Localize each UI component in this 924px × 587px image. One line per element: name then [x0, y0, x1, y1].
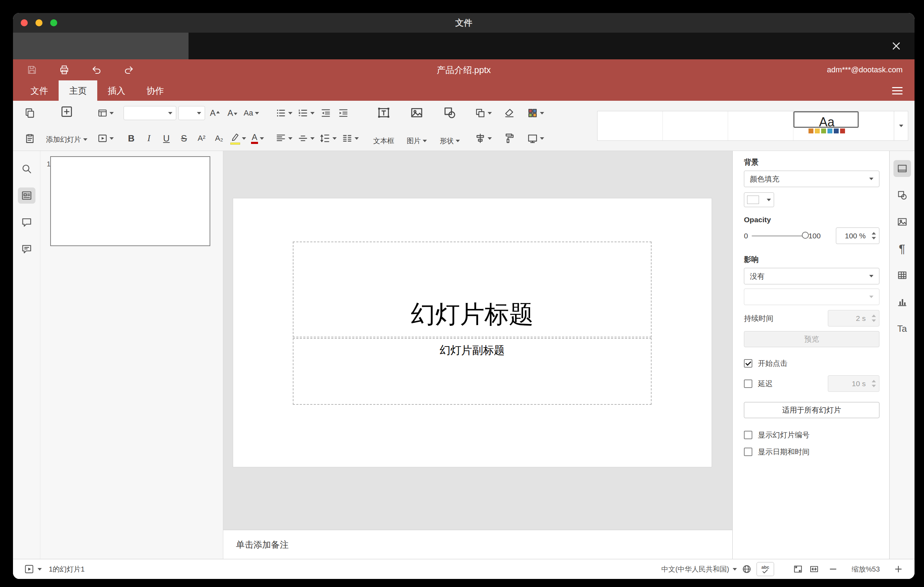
- show-datetime-checkbox[interactable]: [744, 448, 752, 456]
- clear-style-button[interactable]: [502, 105, 517, 121]
- align-shape-button[interactable]: [473, 130, 493, 147]
- numbering-button[interactable]: [296, 105, 316, 121]
- minus-icon: [828, 564, 838, 574]
- preview-button[interactable]: 预览: [744, 331, 879, 347]
- font-name-combo[interactable]: [124, 106, 176, 120]
- spellcheck-button[interactable]: abc: [757, 562, 774, 576]
- dialog-close-button[interactable]: [889, 38, 904, 54]
- slide-thumbnail[interactable]: [50, 156, 210, 246]
- columns-button[interactable]: [340, 130, 360, 147]
- slider-thumb[interactable]: [802, 232, 809, 239]
- language-select[interactable]: 中文(中华人民共和国): [662, 562, 737, 576]
- feedback-panel-button[interactable]: [18, 241, 35, 257]
- insert-textbox-button[interactable]: 文本框: [369, 105, 399, 147]
- add-slide-button[interactable]: 添加幻灯片: [46, 105, 87, 147]
- chart-settings-button[interactable]: [893, 294, 911, 310]
- slides-panel-button[interactable]: [18, 188, 35, 204]
- zoom-out-button[interactable]: [827, 562, 840, 576]
- copy-button[interactable]: [22, 105, 38, 121]
- search-panel-button[interactable]: [18, 161, 35, 177]
- shape-settings-button[interactable]: [893, 187, 911, 204]
- theme-gallery-expand-button[interactable]: [894, 111, 908, 141]
- fit-slide-button[interactable]: [792, 562, 804, 576]
- minimize-traffic-light[interactable]: [35, 19, 43, 26]
- print-button[interactable]: [57, 63, 71, 77]
- highlight-color-button[interactable]: [229, 130, 248, 147]
- slide-layout-button[interactable]: [96, 105, 115, 121]
- delay-checkbox[interactable]: [744, 379, 752, 388]
- spinner-arrows-icon[interactable]: [872, 228, 876, 244]
- save-button[interactable]: [25, 63, 39, 77]
- increment-font-button[interactable]: A: [207, 105, 223, 121]
- redo-button[interactable]: [122, 63, 136, 77]
- effect-select[interactable]: 没有: [744, 268, 879, 284]
- increase-indent-button[interactable]: [336, 105, 351, 121]
- opacity-slider[interactable]: [752, 235, 805, 237]
- decrement-font-button[interactable]: A: [225, 105, 240, 121]
- undo-button[interactable]: [89, 63, 104, 77]
- fill-color-swatch[interactable]: [744, 192, 774, 207]
- subtitle-placeholder[interactable]: 幻灯片副标题: [293, 338, 652, 405]
- underline-button[interactable]: U: [159, 130, 174, 147]
- tab-home[interactable]: 主页: [59, 81, 97, 101]
- check-icon: [762, 569, 769, 574]
- style-tools-group: [502, 105, 517, 147]
- show-slide-number-checkbox[interactable]: [744, 431, 752, 439]
- tab-collaboration[interactable]: 协作: [136, 81, 175, 101]
- bold-button[interactable]: B: [124, 130, 139, 147]
- zoom-in-button[interactable]: [892, 562, 905, 576]
- table-settings-button[interactable]: [893, 267, 911, 284]
- theme-option[interactable]: [859, 111, 894, 140]
- italic-button[interactable]: I: [141, 130, 157, 147]
- start-slideshow-toolbar-button[interactable]: [96, 130, 115, 147]
- image-settings-button[interactable]: [893, 213, 911, 230]
- font-color-button[interactable]: A: [249, 130, 266, 147]
- insert-shape-button[interactable]: 形状: [435, 105, 465, 147]
- superscript-button[interactable]: A²: [194, 130, 209, 147]
- copy-style-button[interactable]: [502, 130, 517, 147]
- slide-settings-button[interactable]: [893, 160, 911, 177]
- font-size-combo[interactable]: [178, 106, 205, 120]
- title-placeholder[interactable]: 幻灯片标题: [293, 242, 652, 337]
- comments-panel-button[interactable]: [18, 214, 35, 230]
- line-spacing-button[interactable]: [318, 130, 338, 147]
- slide-size-button[interactable]: [526, 130, 546, 147]
- effect-option-select[interactable]: [744, 289, 879, 305]
- vertical-align-button[interactable]: [296, 130, 316, 147]
- paste-button[interactable]: [22, 130, 38, 147]
- color-scheme-button[interactable]: [526, 105, 546, 121]
- insert-image-button[interactable]: 图片: [402, 105, 432, 147]
- notes-area[interactable]: 单击添加备注: [223, 530, 732, 559]
- opacity-min: 0: [744, 232, 748, 240]
- paragraph-settings-button[interactable]: ¶: [893, 240, 911, 257]
- close-traffic-light[interactable]: [21, 19, 28, 26]
- header-menu-button[interactable]: [892, 81, 903, 101]
- add-slide-menu[interactable]: 添加幻灯片: [46, 132, 87, 147]
- slide-surface[interactable]: 幻灯片标题 幻灯片副标题: [233, 198, 711, 467]
- zoom-traffic-light[interactable]: [50, 19, 57, 26]
- theme-option[interactable]: [663, 111, 728, 140]
- delay-spinner[interactable]: 10 s: [828, 375, 879, 392]
- theme-option[interactable]: [597, 111, 663, 140]
- fit-width-button[interactable]: [808, 562, 820, 576]
- tab-file[interactable]: 文件: [20, 81, 59, 101]
- opacity-spinner[interactable]: 100 %: [836, 228, 879, 244]
- bullets-button[interactable]: [274, 105, 294, 121]
- background-fill-select[interactable]: 颜色填充: [744, 171, 879, 187]
- decrease-indent-button[interactable]: [318, 105, 333, 121]
- strikethrough-button[interactable]: S: [176, 130, 192, 147]
- horizontal-align-button[interactable]: [274, 130, 294, 147]
- start-slideshow-button[interactable]: [23, 562, 35, 576]
- duration-spinner[interactable]: 2 s: [828, 310, 879, 326]
- textart-settings-button[interactable]: Ta: [893, 320, 911, 337]
- apply-to-all-slides-button[interactable]: 适用于所有幻灯片: [744, 402, 879, 418]
- change-case-button[interactable]: Aa: [242, 105, 261, 121]
- tab-insert[interactable]: 插入: [97, 81, 136, 101]
- set-language-button[interactable]: [741, 562, 753, 576]
- theme-option-selected[interactable]: Aa: [794, 111, 859, 128]
- arrange-shape-button[interactable]: [473, 105, 493, 121]
- theme-option[interactable]: [728, 111, 794, 140]
- subscript-button[interactable]: A₂: [211, 130, 227, 147]
- slideshow-options-button[interactable]: [35, 562, 44, 576]
- start-on-click-checkbox[interactable]: [744, 359, 752, 368]
